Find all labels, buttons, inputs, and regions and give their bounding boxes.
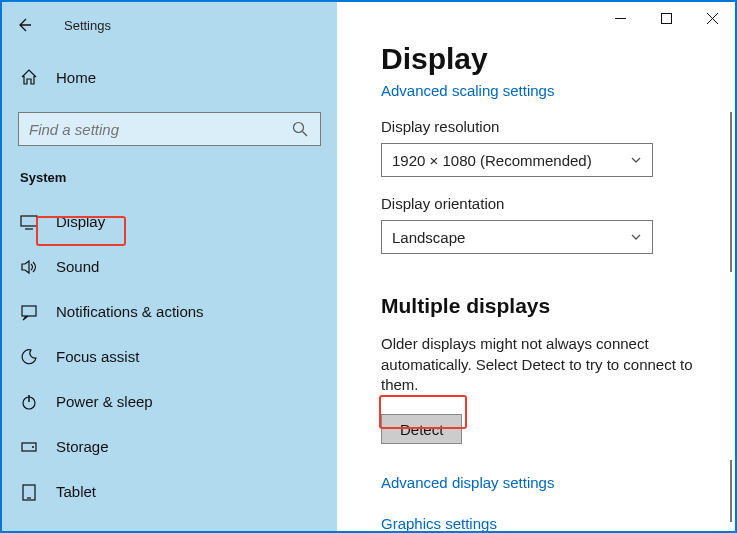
maximize-button[interactable] (643, 2, 689, 34)
svg-rect-3 (22, 306, 36, 316)
resolution-label: Display resolution (381, 118, 735, 135)
sidebar-item-label: Power & sleep (56, 393, 153, 410)
advanced-display-link[interactable]: Advanced display settings (381, 474, 735, 491)
window-controls (597, 2, 735, 34)
multiple-displays-body: Older displays might not always connect … (381, 334, 721, 396)
sidebar-item-label: Sound (56, 258, 99, 275)
sound-icon (20, 258, 38, 276)
power-icon (20, 393, 38, 411)
detect-button-label: Detect (400, 421, 443, 438)
graphics-settings-link[interactable]: Graphics settings (381, 515, 735, 531)
home-nav[interactable]: Home (2, 56, 337, 98)
search-box[interactable] (18, 112, 321, 146)
home-icon (20, 68, 38, 86)
close-icon (707, 13, 718, 24)
chevron-down-icon (630, 154, 642, 166)
home-label: Home (56, 69, 96, 86)
back-button[interactable] (4, 8, 44, 42)
resolution-select[interactable]: 1920 × 1080 (Recommended) (381, 143, 653, 177)
category-heading: System (20, 170, 337, 185)
tablet-icon (20, 483, 38, 501)
svg-rect-0 (661, 13, 671, 23)
orientation-value: Landscape (392, 229, 465, 246)
sidebar-item-storage[interactable]: Storage (2, 424, 337, 469)
titlebar: Settings (2, 8, 337, 42)
minimize-button[interactable] (597, 2, 643, 34)
sidebar-item-label: Tablet (56, 483, 96, 500)
nav-list: Display Sound Notifications & actions Fo… (2, 199, 337, 514)
focus-icon (20, 348, 38, 366)
sidebar: Settings Home System Display (2, 2, 337, 531)
storage-icon (20, 438, 38, 456)
sidebar-item-label: Notifications & actions (56, 303, 204, 320)
main-pane: Display Advanced scaling settings Displa… (337, 2, 735, 531)
sidebar-item-label: Storage (56, 438, 109, 455)
sidebar-item-sound[interactable]: Sound (2, 244, 337, 289)
close-button[interactable] (689, 2, 735, 34)
maximize-icon (661, 13, 672, 24)
minimize-icon (615, 13, 626, 24)
notifications-icon (20, 303, 38, 321)
sidebar-item-focus-assist[interactable]: Focus assist (2, 334, 337, 379)
advanced-scaling-link[interactable]: Advanced scaling settings (381, 82, 554, 99)
sidebar-item-label: Display (56, 213, 105, 230)
chevron-down-icon (630, 231, 642, 243)
page-title: Display (381, 42, 735, 76)
orientation-select[interactable]: Landscape (381, 220, 653, 254)
back-arrow-icon (15, 16, 33, 34)
search-input[interactable] (29, 121, 310, 138)
sidebar-item-notifications[interactable]: Notifications & actions (2, 289, 337, 334)
sidebar-item-tablet[interactable]: Tablet (2, 469, 337, 514)
scroll-indicator[interactable] (730, 112, 732, 272)
multiple-displays-heading: Multiple displays (381, 294, 735, 318)
settings-window: Settings Home System Display (0, 0, 737, 533)
resolution-value: 1920 × 1080 (Recommended) (392, 152, 592, 169)
detect-button[interactable]: Detect (381, 414, 462, 444)
scroll-indicator[interactable] (730, 460, 732, 522)
sidebar-item-power-sleep[interactable]: Power & sleep (2, 379, 337, 424)
app-title: Settings (64, 18, 111, 33)
svg-point-6 (32, 446, 34, 448)
display-icon (20, 213, 38, 231)
orientation-label: Display orientation (381, 195, 735, 212)
sidebar-item-display[interactable]: Display (2, 199, 337, 244)
svg-rect-2 (21, 216, 37, 226)
search-icon (292, 121, 308, 137)
sidebar-item-label: Focus assist (56, 348, 139, 365)
svg-point-1 (294, 123, 304, 133)
